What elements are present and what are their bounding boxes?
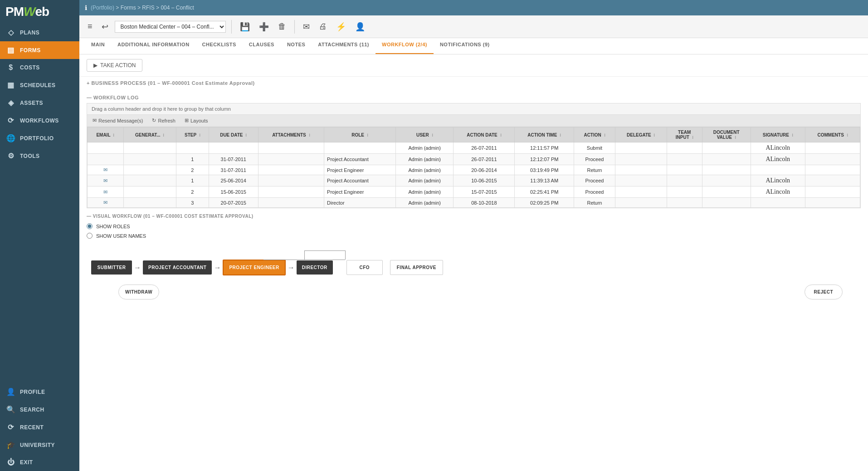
col-header-action-date[interactable]: ACTION DATE ⁝	[454, 128, 515, 142]
sidebar-item-forms[interactable]: ▤ FORMS	[0, 41, 79, 59]
lightning-button[interactable]: ⚡	[333, 20, 349, 34]
sidebar-item-costs[interactable]: $ COSTS	[0, 59, 79, 76]
cell-user: Admin (admin)	[396, 165, 454, 175]
undo-button[interactable]: ↩	[99, 20, 111, 34]
sidebar-item-tools[interactable]: ⚙ TOOLS	[0, 147, 79, 165]
info-icon[interactable]: ℹ	[85, 4, 87, 11]
cell-generated	[123, 186, 176, 198]
sidebar-item-profile-label: PROFILE	[20, 389, 45, 395]
sidebar-item-workflows[interactable]: ⟳ WORKFLOWS	[0, 112, 79, 129]
col-header-team-input[interactable]: TEAMINPUT ⁝	[667, 128, 702, 142]
col-header-comments[interactable]: COMMENTS ⁝	[805, 128, 860, 142]
cell-comments	[805, 154, 860, 165]
tab-checklists[interactable]: CHECKLISTS	[196, 38, 243, 54]
cell-action-time: 02:25:41 PM	[515, 186, 574, 198]
cell-delegate	[615, 186, 667, 198]
arrow-1: →	[134, 264, 141, 272]
col-header-action-time[interactable]: ACTION TIME ⁝	[515, 128, 574, 142]
email-button[interactable]: ✉	[300, 20, 312, 34]
cell-user: Admin (admin)	[396, 175, 454, 186]
cell-delegate	[615, 198, 667, 208]
cell-generated	[123, 154, 176, 165]
sidebar-item-tools-label: TOOLS	[20, 153, 40, 159]
cell-email: ✉	[88, 175, 124, 186]
sidebar-item-assets[interactable]: ◈ ASSETS	[0, 94, 79, 112]
toolbar-divider-2	[294, 20, 295, 34]
exit-icon: ⏻	[6, 458, 15, 466]
cell-user: Admin (admin)	[396, 186, 454, 198]
cell-role	[324, 142, 396, 154]
table-row: ✉ 2 15-06-2015 Project Engineer Admin (a…	[88, 186, 860, 198]
col-header-signature[interactable]: SIGNATURE ⁝	[751, 128, 805, 142]
show-user-names-radio[interactable]	[87, 233, 93, 239]
col-header-role[interactable]: ROLE ⁝	[324, 128, 396, 142]
business-process-header[interactable]: + BUSINESS PROCESS (01 – WF-000001 Cost …	[87, 80, 861, 86]
cell-delegate	[615, 175, 667, 186]
col-header-due-date[interactable]: DUE DATE ⁝	[209, 128, 258, 142]
portfolio-breadcrumb-link[interactable]: (Portfolio)	[91, 5, 114, 11]
sidebar-item-portfolio[interactable]: 🌐 PORTFOLIO	[0, 129, 79, 147]
sidebar-item-university-label: UNIVERSITY	[20, 442, 55, 448]
col-header-action[interactable]: ACTION ⁝	[574, 128, 615, 142]
table-row: 1 31-07-2011 Project Accountant Admin (a…	[88, 154, 860, 165]
workflow-log-section: — WORKFLOW LOG Drag a column header and …	[79, 89, 868, 208]
col-header-user[interactable]: USER ⁝	[396, 128, 454, 142]
final-approve-node: FINAL APPROVE	[390, 260, 443, 275]
sidebar-item-profile[interactable]: 👤 PROFILE	[0, 383, 79, 401]
sidebar-item-plans[interactable]: ◇ PLANS	[0, 24, 79, 41]
col-header-step[interactable]: STEP ⁝	[176, 128, 209, 142]
save-button[interactable]: 💾	[237, 20, 253, 34]
refresh-icon: ↻	[152, 118, 156, 123]
tools-icon: ⚙	[6, 152, 15, 160]
tab-additional[interactable]: ADDITIONAL INFORMATION	[111, 38, 195, 54]
tab-clauses[interactable]: CLAUSES	[243, 38, 281, 54]
toolbar: ≡ ↩ Boston Medical Center – 004 – Confl.…	[79, 15, 868, 38]
col-header-email[interactable]: EMAIL ⁝	[88, 128, 124, 142]
sidebar-item-exit[interactable]: ⏻ EXIT	[0, 454, 79, 471]
show-roles-radio[interactable]	[87, 223, 93, 229]
print-button[interactable]: 🖨	[316, 20, 330, 33]
cell-user: Admin (admin)	[396, 142, 454, 154]
radio-group: SHOW ROLES SHOW USER NAMES	[87, 223, 861, 239]
sidebar-item-schedules[interactable]: ▦ SCHEDULES	[0, 76, 79, 94]
sidebar-item-recent[interactable]: ⟳ RECENT	[0, 418, 79, 436]
col-header-generated[interactable]: GENERAT... ⁝	[123, 128, 176, 142]
cell-action-time: 02:09:25 PM	[515, 198, 574, 208]
user-button[interactable]: 👤	[352, 20, 368, 34]
col-header-delegate[interactable]: DELEGATE ⁝	[615, 128, 667, 142]
col-header-attachments[interactable]: ATTACHMENTS ⁝	[258, 128, 324, 142]
hamburger-button[interactable]: ≡	[85, 20, 95, 33]
costs-icon: $	[6, 64, 15, 72]
layouts-button[interactable]: ⊞ Layouts	[183, 117, 210, 124]
cell-document-value	[702, 186, 751, 198]
tab-attachments[interactable]: ATTACHMENTS (11)	[312, 38, 375, 54]
tab-notes[interactable]: NOTES	[281, 38, 312, 54]
layouts-label: Layouts	[190, 118, 208, 123]
cell-due-date: 31-07-2011	[209, 165, 258, 175]
cell-role: Director	[324, 198, 396, 208]
cell-team-input	[667, 142, 702, 154]
tab-notifications[interactable]: NOTIFICATIONS (9)	[434, 38, 496, 54]
show-roles-option[interactable]: SHOW ROLES	[87, 223, 861, 229]
take-action-button[interactable]: ▶ TAKE ACTION	[87, 59, 142, 72]
project-selector[interactable]: Boston Medical Center – 004 – Confl...	[115, 21, 226, 33]
cell-attachments	[258, 165, 324, 175]
cell-document-value	[702, 175, 751, 186]
project-accountant-node: PROJECT ACCOUNTANT	[143, 260, 212, 275]
delete-button[interactable]: 🗑	[275, 20, 289, 33]
col-header-document-value[interactable]: DOCUMENTVALUE ⁝	[702, 128, 751, 142]
cell-user: Admin (admin)	[396, 154, 454, 165]
table-header-row: EMAIL ⁝ GENERAT... ⁝ STEP ⁝ DUE DATE ⁝ A…	[88, 128, 860, 142]
tab-workflow[interactable]: WORKFLOW (2/4)	[375, 38, 434, 54]
tab-main[interactable]: MAIN	[85, 38, 111, 54]
show-user-names-option[interactable]: SHOW USER NAMES	[87, 233, 861, 239]
sidebar-item-search[interactable]: 🔍 SEARCH	[0, 401, 79, 418]
cell-step: 2	[176, 186, 209, 198]
cell-action-date: 20-06-2014	[454, 165, 515, 175]
resend-messages-button[interactable]: ✉ Resend Message(s)	[91, 117, 145, 124]
sidebar-item-university[interactable]: 🎓 UNIVERSITY	[0, 436, 79, 454]
cell-delegate	[615, 154, 667, 165]
add-button[interactable]: ➕	[256, 20, 272, 34]
refresh-button[interactable]: ↻ Refresh	[150, 117, 177, 124]
sidebar-item-schedules-label: SCHEDULES	[20, 82, 56, 88]
